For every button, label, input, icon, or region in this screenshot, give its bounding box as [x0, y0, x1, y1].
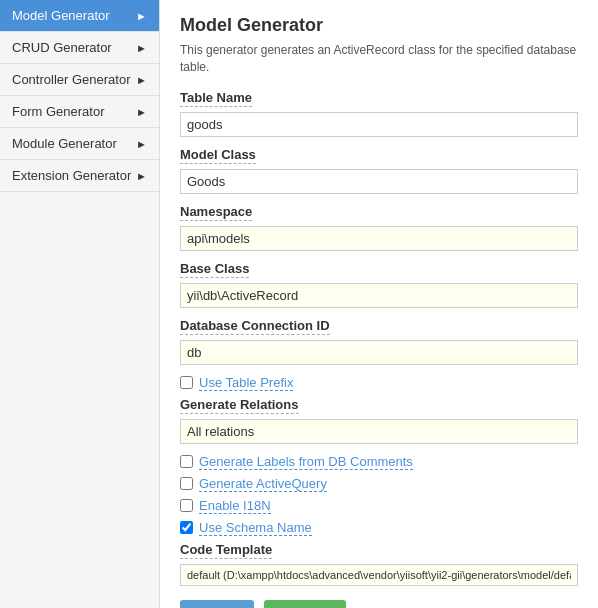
base-class-label: Base Class: [180, 261, 249, 278]
generate-activequery-checkbox[interactable]: [180, 477, 193, 490]
namespace-label: Namespace: [180, 204, 252, 221]
generate-relations-group: Generate Relations: [180, 397, 578, 444]
sidebar-item-label: Extension Generator: [12, 168, 136, 183]
generate-labels-row: Generate Labels from DB Comments: [180, 454, 578, 470]
enable-i18n-row: Enable I18N: [180, 498, 578, 514]
chevron-right-icon: ►: [136, 170, 147, 182]
base-class-group: Base Class: [180, 261, 578, 308]
model-class-input[interactable]: [180, 169, 578, 194]
generate-button[interactable]: Generate: [264, 600, 346, 608]
code-template-input[interactable]: [180, 564, 578, 586]
table-name-input[interactable]: [180, 112, 578, 137]
db-connection-label: Database Connection ID: [180, 318, 330, 335]
generate-activequery-row: Generate ActiveQuery: [180, 476, 578, 492]
sidebar-item-controller-generator[interactable]: Controller Generator ►: [0, 64, 159, 96]
sidebar-item-label: Module Generator: [12, 136, 136, 151]
use-schema-name-row: Use Schema Name: [180, 520, 578, 536]
generate-labels-label[interactable]: Generate Labels from DB Comments: [199, 454, 413, 470]
namespace-input[interactable]: [180, 226, 578, 251]
main-content: Model Generator This generator generates…: [160, 0, 598, 608]
generate-labels-checkbox[interactable]: [180, 455, 193, 468]
generate-relations-label: Generate Relations: [180, 397, 299, 414]
sidebar-item-label: Controller Generator: [12, 72, 136, 87]
use-table-prefix-row: Use Table Prefix: [180, 375, 578, 391]
model-class-group: Model Class: [180, 147, 578, 194]
chevron-right-icon: ►: [136, 42, 147, 54]
namespace-group: Namespace: [180, 204, 578, 251]
use-schema-name-label[interactable]: Use Schema Name: [199, 520, 312, 536]
model-class-label: Model Class: [180, 147, 256, 164]
use-table-prefix-checkbox[interactable]: [180, 376, 193, 389]
buttons-row: Preview Generate: [180, 600, 578, 608]
sidebar-item-label: Form Generator: [12, 104, 136, 119]
db-connection-input[interactable]: [180, 340, 578, 365]
chevron-right-icon: ►: [136, 138, 147, 150]
base-class-input[interactable]: [180, 283, 578, 308]
sidebar-item-label: CRUD Generator: [12, 40, 136, 55]
sidebar-item-form-generator[interactable]: Form Generator ►: [0, 96, 159, 128]
table-name-label: Table Name: [180, 90, 252, 107]
chevron-right-icon: ►: [136, 106, 147, 118]
enable-i18n-checkbox[interactable]: [180, 499, 193, 512]
sidebar-item-extension-generator[interactable]: Extension Generator ►: [0, 160, 159, 192]
page-description: This generator generates an ActiveRecord…: [180, 42, 578, 76]
enable-i18n-label[interactable]: Enable I18N: [199, 498, 271, 514]
use-table-prefix-label[interactable]: Use Table Prefix: [199, 375, 293, 391]
sidebar-item-module-generator[interactable]: Module Generator ►: [0, 128, 159, 160]
generate-relations-input[interactable]: [180, 419, 578, 444]
sidebar-item-label: Model Generator: [12, 8, 136, 23]
db-connection-group: Database Connection ID: [180, 318, 578, 365]
table-name-group: Table Name: [180, 90, 578, 137]
code-template-group: Code Template: [180, 542, 578, 586]
chevron-right-icon: ►: [136, 10, 147, 22]
chevron-right-icon: ►: [136, 74, 147, 86]
preview-button[interactable]: Preview: [180, 600, 254, 608]
sidebar: Model Generator ► CRUD Generator ► Contr…: [0, 0, 160, 608]
code-template-label: Code Template: [180, 542, 272, 559]
page-title: Model Generator: [180, 15, 578, 36]
sidebar-item-crud-generator[interactable]: CRUD Generator ►: [0, 32, 159, 64]
use-schema-name-checkbox[interactable]: [180, 521, 193, 534]
sidebar-item-model-generator[interactable]: Model Generator ►: [0, 0, 159, 32]
generate-activequery-label[interactable]: Generate ActiveQuery: [199, 476, 327, 492]
